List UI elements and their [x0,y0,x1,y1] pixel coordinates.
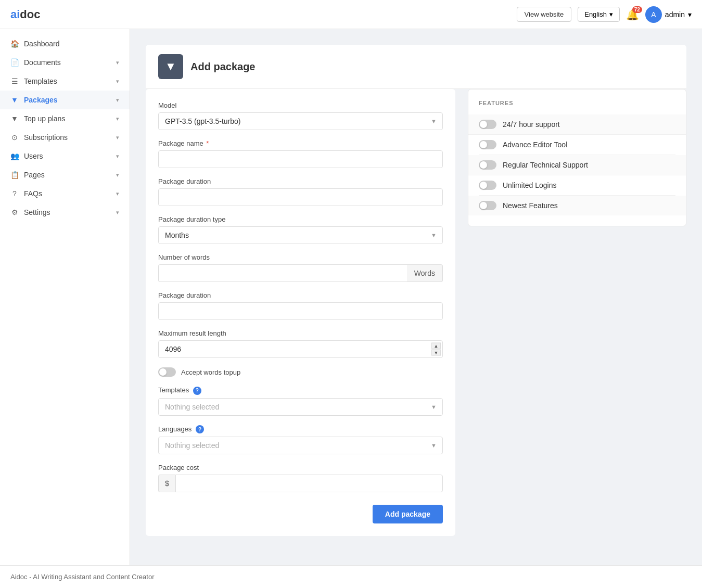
package-duration2-label: Package duration [158,291,443,299]
feature-toggle-newest-features[interactable] [479,201,496,210]
package-cost-wrapper: $ [158,475,443,492]
package-name-input[interactable] [158,150,443,168]
footer: Aidoc - AI Writing Assistant and Content… [0,565,702,588]
package-cost-input[interactable] [175,475,443,492]
sidebar-item-topup[interactable]: ▼ Top up plans ▾ [0,109,130,128]
topup-icon: ▼ [10,114,19,123]
form-area: Model GPT-3.5 (gpt-3.5-turbo) GPT-4 GPT-… [146,89,455,536]
sidebar-item-packages[interactable]: ▼ Packages ▾ [0,91,130,109]
languages-select[interactable]: Nothing selected [158,437,443,454]
model-select[interactable]: GPT-3.5 (gpt-3.5-turbo) GPT-4 GPT-4-turb… [158,112,443,130]
model-select-wrapper: GPT-3.5 (gpt-3.5-turbo) GPT-4 GPT-4-turb… [158,112,443,130]
feature-toggle-advance-editor[interactable] [479,140,496,149]
features-box: FEATURES 24/7 hour support Advance Ed [468,89,686,226]
max-result-length-row: Maximum result length ▲ ▼ [158,329,443,358]
sidebar-item-label: Templates [24,77,57,85]
documents-icon: 📄 [10,58,19,67]
templates-row: Templates ? Nothing selected [158,386,443,416]
duration-type-select[interactable]: Months Days Years [158,226,443,244]
sidebar-item-pages[interactable]: 📋 Pages ▾ [0,165,130,184]
package-cost-row: Package cost $ [158,464,443,492]
top-nav: aidoc View website English ▾ 🔔 72 A admi… [0,0,702,29]
templates-icon: ☰ [10,77,19,85]
spinner-up-button[interactable]: ▲ [431,343,441,349]
home-icon: 🏠 [10,40,19,48]
features-title: FEATURES [479,100,675,106]
chevron-right-icon: ▾ [116,59,119,66]
logo-ai: ai [10,8,20,21]
sidebar-item-label: Top up plans [24,114,65,123]
add-package-button[interactable]: Add package [373,505,443,523]
accept-topup-row: Accept words topup [158,367,443,377]
max-result-length-label: Maximum result length [158,329,443,337]
logo-doc: doc [20,8,40,21]
logo: aidoc [10,8,40,21]
package-duration2-input[interactable] [158,302,443,320]
sidebar-item-faqs[interactable]: ? FAQs ▾ [0,184,130,203]
toggle-knob [159,368,167,376]
number-of-words-row: Number of words Words [158,253,443,282]
number-of-words-input[interactable] [158,264,407,282]
sidebar-item-label: Pages [24,171,45,179]
feature-item-newest-features: Newest Features [468,196,686,215]
avatar: A [645,6,662,23]
subscriptions-icon: ⊙ [10,133,19,142]
form-features-layout: Model GPT-3.5 (gpt-3.5-turbo) GPT-4 GPT-… [146,89,686,536]
chevron-right-icon: ▾ [116,116,119,122]
sidebar-item-users[interactable]: 👥 Users ▾ [0,147,130,165]
sidebar-item-subscriptions[interactable]: ⊙ Subscriptions ▾ [0,128,130,147]
feature-label-tech-support: Regular Technical Support [503,161,588,169]
templates-help-icon[interactable]: ? [193,387,201,395]
footer-text: Aidoc - AI Writing Assistant and Content… [10,573,155,581]
notifications-button[interactable]: 🔔 72 [626,8,639,21]
nav-right: View website English ▾ 🔔 72 A admin ▾ [517,6,692,23]
package-duration-row: Package duration [158,177,443,206]
templates-select[interactable]: Nothing selected [158,398,443,416]
form-column: Model GPT-3.5 (gpt-3.5-turbo) GPT-4 GPT-… [146,89,455,536]
max-result-length-input[interactable] [158,340,443,358]
pages-icon: 📋 [10,171,19,179]
max-result-length-wrapper: ▲ ▼ [158,340,443,358]
number-of-words-label: Number of words [158,253,443,261]
feature-toggle-support247[interactable] [479,120,496,129]
feature-label-advance-editor: Advance Editor Tool [503,140,567,149]
accept-topup-toggle[interactable] [158,367,176,377]
package-name-label: Package name * [158,139,443,147]
main-content: ▼ Add package Model GPT-3.5 (gpt-3.5-tur… [130,29,702,565]
submit-row: Add package [158,505,443,523]
spinner-down-button[interactable]: ▼ [431,350,441,356]
templates-select-wrapper: Nothing selected [158,398,443,416]
sidebar-item-dashboard[interactable]: 🏠 Dashboard [0,34,130,53]
chevron-down-icon: ▾ [688,10,692,19]
chevron-right-icon: ▾ [116,97,119,104]
feature-toggle-tech-support[interactable] [479,160,496,170]
sidebar-item-templates[interactable]: ☰ Templates ▾ [0,72,130,91]
sidebar-item-label: Users [24,152,43,160]
package-duration2-row: Package duration [158,291,443,320]
feature-label-unlimited-logins: Unlimited Logins [503,181,557,189]
package-duration-label: Package duration [158,177,443,185]
package-duration-input[interactable] [158,188,443,206]
admin-menu-button[interactable]: A admin ▾ [645,6,692,23]
users-icon: 👥 [10,152,19,160]
feature-toggle-unlimited-logins[interactable] [479,181,496,190]
packages-icon: ▼ [10,96,19,104]
sidebar-item-documents[interactable]: 📄 Documents ▾ [0,53,130,72]
sidebar-item-settings[interactable]: ⚙ Settings ▾ [0,203,130,222]
number-spinners: ▲ ▼ [431,343,441,356]
language-selector[interactable]: English ▾ [578,7,620,22]
currency-symbol: $ [158,475,175,492]
chevron-down-icon: ▾ [609,10,613,18]
package-name-row: Package name * [158,139,443,168]
languages-help-icon[interactable]: ? [196,425,204,433]
package-duration-type-row: Package duration type Months Days Years [158,215,443,244]
view-website-button[interactable]: View website [517,7,572,22]
feature-item-tech-support: Regular Technical Support [468,155,686,175]
chevron-right-icon: ▾ [116,172,119,178]
feature-label-support247: 24/7 hour support [503,120,560,129]
settings-icon: ⚙ [10,208,19,216]
sidebar-item-label: Subscriptions [24,133,68,142]
words-suffix: Words [407,264,443,282]
sidebar-item-label: Dashboard [24,40,60,48]
notification-badge: 72 [632,6,642,13]
